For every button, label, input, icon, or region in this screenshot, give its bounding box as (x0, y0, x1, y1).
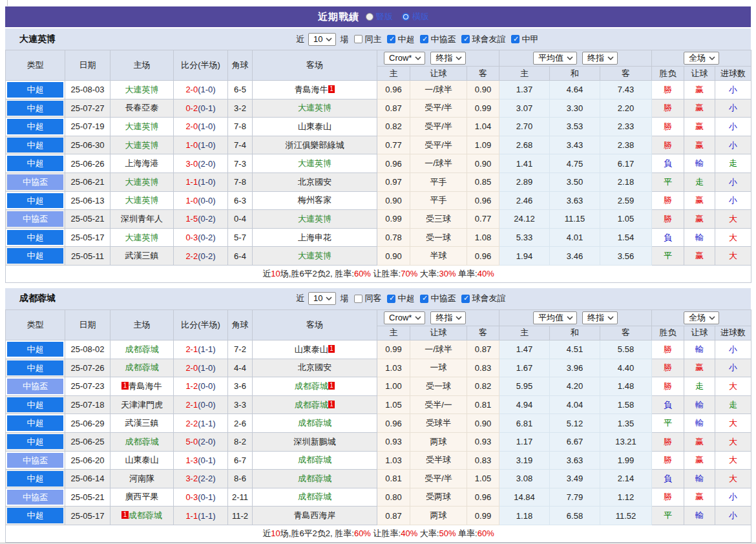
euro-selects-cell: 平均值终指 (499, 309, 652, 326)
radio-horizontal-label[interactable]: 橫版 (412, 11, 429, 23)
odds-book-select[interactable]: Crow* (384, 311, 425, 324)
result-goals: 大 (729, 251, 737, 260)
recent-count-select[interactable]: 10 (308, 33, 336, 46)
summary-segment-2: 场,胜6平2负2, 胜率: (280, 528, 354, 538)
handicap-line: 受一球 (410, 377, 467, 396)
league-checkbox-0[interactable] (387, 35, 395, 43)
chevron-down-icon (456, 56, 462, 60)
league-checkbox-3[interactable] (511, 35, 520, 43)
match-date: 25-05-21 (65, 210, 110, 229)
home-team-cell: 武漢三鎮 (110, 414, 174, 433)
handicap-home-odds: 1.03 (377, 451, 410, 470)
away-team-cell: 成都蓉城1 (253, 377, 377, 396)
result-handicap-cell: 赢 (684, 81, 715, 99)
result-handicap-cell: 輸 (684, 154, 715, 173)
chevron-down-icon (326, 297, 332, 300)
filters: 近10場同客中超中協盃球會友誼 (295, 288, 507, 309)
home-team-cell: 1成都蓉城 (110, 507, 174, 525)
league-checkbox-2[interactable] (461, 295, 470, 303)
match-row: 中超25-07-27長春亞泰0-2(0-1)3-2大連英博0.87受平/半0.9… (6, 99, 751, 118)
result-goals-cell: 大 (715, 451, 751, 470)
result-handicap: 輸 (695, 510, 704, 520)
match-row: 中超25-07-26成都蓉城2-0(1-0)4-4北京國安1.03一球0.831… (6, 359, 751, 377)
result-outcome: 平 (664, 510, 672, 520)
full-time-score: 3-0 (185, 159, 198, 169)
league-checkbox-2[interactable] (461, 35, 470, 43)
result-handicap: 輸 (695, 344, 704, 354)
handicap-away-odds: 1.09 (467, 136, 499, 154)
radio-horizontal[interactable] (402, 13, 410, 21)
league-checkbox-1[interactable] (420, 295, 428, 303)
summary-segment-9: 60% (478, 528, 494, 538)
league-label-0: 中超 (397, 34, 414, 45)
radio-vertical-label[interactable]: 豎版 (376, 11, 393, 23)
result-goals-cell: 小 (715, 191, 751, 210)
radio-vertical[interactable] (366, 13, 373, 21)
away-team-cell: 上海申花 (253, 228, 377, 247)
match-type-badge: 中超 (7, 471, 63, 486)
league-checkbox-0[interactable] (387, 295, 395, 303)
period-select[interactable]: 全场 (684, 311, 719, 324)
odds-time-select[interactable]: 终指 (430, 311, 466, 324)
half-time-score: (1-0) (198, 140, 215, 150)
period-select-cell: 全场 (652, 309, 751, 326)
match-date: 25-06-25 (65, 432, 110, 451)
match-date: 25-07-23 (65, 377, 110, 396)
result-handicap: 赢 (695, 455, 704, 465)
handicap-away-odds: 1.05 (467, 470, 499, 488)
full-time-score: 2-0 (185, 85, 198, 94)
red-card-badge: 1 (121, 511, 129, 519)
avg-time-select-value: 终指 (587, 54, 604, 63)
full-time-score: 0-3 (185, 492, 198, 502)
result-goals: 大 (729, 437, 737, 446)
home-team-cell: 成都蓉城 (110, 340, 174, 359)
score-cell: 3-0(2-0) (174, 154, 228, 173)
recent-count-select[interactable]: 10 (308, 292, 336, 305)
odds-book-select[interactable]: Crow* (384, 52, 425, 65)
half-time-score: (1-1) (198, 344, 215, 354)
result-goals: 大 (729, 474, 737, 483)
summary-segment-9: 40% (478, 269, 494, 278)
result-handicap: 赢 (695, 492, 704, 501)
euro-away-odds: 11.52 (600, 507, 652, 525)
same-venue-checkbox[interactable] (354, 35, 362, 43)
header-select-row: 类型日期主场比分(半场)角球客场Crow*终指平均值终指全场 (6, 309, 751, 326)
sub-column-header-1: 让球 (410, 67, 467, 81)
avg-source-select[interactable]: 平均值 (533, 311, 577, 324)
corners: 7-8 (228, 118, 253, 136)
avg-time-select[interactable]: 终指 (582, 311, 618, 324)
euro-away-odds: 1.12 (600, 488, 652, 507)
score-cell: 1-0(0-0) (174, 191, 228, 210)
same-venue-checkbox[interactable] (354, 295, 362, 303)
away-team: 大連英博 (298, 214, 331, 224)
result-handicap-cell: 赢 (684, 118, 715, 136)
handicap-line: 平手 (410, 191, 467, 210)
handicap-home-odds: 0.99 (377, 210, 410, 229)
match-row: 中協盃25-05-21廣西平果0-3(0-1)2-11成都蓉城0.80受两球0.… (6, 488, 751, 507)
result-handicap-cell: 赢 (684, 99, 715, 118)
handicap-away-odds: 0.77 (467, 210, 499, 229)
away-team-cell: 北京國安 (253, 359, 377, 377)
result-outcome: 負 (664, 400, 672, 410)
corners: 6-4 (228, 247, 253, 266)
summary-segment-5: 40% (401, 528, 417, 538)
league-checkbox-1[interactable] (420, 35, 428, 43)
avg-time-select[interactable]: 终指 (582, 52, 618, 65)
result-outcome-cell: 勝 (652, 81, 684, 99)
home-team-cell: 大連英博 (110, 81, 174, 99)
avg-time-select-value: 终指 (587, 313, 604, 322)
euro-away-odds: 1.35 (600, 414, 652, 433)
euro-away-odds: 2.14 (600, 470, 652, 488)
handicap-line: 两球 (410, 432, 467, 451)
period-select[interactable]: 全场 (684, 52, 719, 65)
full-time-score: 1-3 (185, 455, 198, 465)
home-team: 成都蓉城 (125, 437, 159, 446)
team-section-0: 大連英博近10場同主中超中協盃球會友誼中甲类型日期主场比分(半场)角球客场Cro… (5, 28, 751, 283)
away-team: 梅州客家 (298, 195, 331, 205)
odds-time-select[interactable]: 终指 (430, 52, 466, 65)
match-type-badge: 中超 (7, 138, 63, 153)
euro-away-odds: 3.56 (600, 247, 652, 266)
match-row: 中超25-06-25成都蓉城5-0(2-0)8-2深圳新鵬城0.93两球0.93… (6, 432, 751, 451)
avg-source-select[interactable]: 平均值 (533, 52, 577, 65)
column-header-5: 客场 (253, 50, 377, 81)
